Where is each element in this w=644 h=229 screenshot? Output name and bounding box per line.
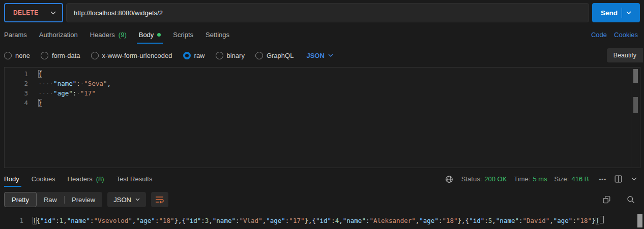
tab-label: Cookies — [32, 175, 55, 183]
language-label: JSON — [113, 196, 131, 204]
body-type-radio-urlencoded[interactable]: x-www-form-urlencoded — [91, 52, 172, 59]
tab-label: Body — [139, 31, 154, 39]
more-actions-button[interactable]: ••• — [599, 176, 606, 182]
text-cursor — [600, 216, 604, 223]
response-headers-count-badge: (8) — [96, 175, 104, 183]
line-number: 1 — [5, 69, 28, 79]
body-type-radio-raw[interactable]: raw — [183, 52, 205, 59]
pane-layout-icon[interactable] — [613, 174, 623, 184]
radio-icon — [91, 52, 99, 59]
code-link[interactable]: Code — [591, 31, 607, 39]
body-type-radio-form-data[interactable]: form-data — [41, 52, 80, 59]
url-input[interactable] — [66, 3, 589, 22]
tab-authorization[interactable]: Authorization — [33, 25, 84, 44]
tab-response-headers[interactable]: Headers(8) — [62, 171, 110, 187]
method-selector[interactable]: DELETE — [4, 3, 63, 22]
tab-label: Scripts — [173, 31, 193, 39]
status-indicator: Status: 200 OK — [461, 175, 507, 183]
request-tabs: Params Authorization Headers(9) Body Scr… — [0, 25, 644, 44]
code-text: ····"name":·"Seva", — [28, 79, 111, 88]
radio-label: raw — [194, 52, 205, 59]
tab-scripts[interactable]: Scripts — [167, 25, 199, 44]
size-indicator: Size: 416 B — [554, 175, 589, 183]
line-number: 2 — [5, 79, 28, 88]
request-links: Code Cookies — [591, 31, 640, 39]
time-label: Time: — [514, 175, 530, 183]
cookies-link[interactable]: Cookies — [614, 31, 638, 39]
response-language-selector[interactable]: JSON — [107, 192, 146, 207]
tab-response-body[interactable]: Body — [4, 171, 25, 187]
response-meta: Status: 200 OK Time: 5 ms Size: 416 B ••… — [444, 174, 640, 184]
editor-line: 3 ····"age":·"17" — [5, 88, 630, 98]
line-number: 4 — [5, 98, 28, 108]
body-type-radio-graphql[interactable]: GraphQL — [255, 52, 294, 59]
globe-icon — [444, 174, 454, 184]
status-value: 200 OK — [484, 175, 507, 183]
radio-label: none — [15, 52, 30, 59]
tab-params[interactable]: Params — [4, 25, 33, 44]
chevron-down-icon — [135, 198, 140, 201]
response-toolbar: Pretty Raw Preview JSON — [0, 191, 644, 208]
scrollbar-thumb[interactable] — [633, 69, 638, 83]
send-label: Send — [601, 9, 618, 17]
radio-icon — [216, 52, 223, 59]
editor-line: 2 ····"name":·"Seva", — [5, 79, 630, 88]
body-language-selector[interactable]: JSON — [306, 52, 333, 59]
radio-icon — [41, 52, 48, 59]
tab-label: Params — [4, 31, 27, 39]
line-number: 1 — [0, 216, 23, 229]
view-pretty-button[interactable]: Pretty — [4, 192, 37, 207]
response-body-actions — [602, 194, 640, 205]
editor-line: 1 { — [5, 69, 630, 79]
body-modified-dot-icon — [157, 33, 161, 37]
api-client-window: DELETE Send Params Authorization Headers… — [0, 0, 644, 229]
send-button[interactable]: Send — [592, 3, 640, 22]
headers-count-badge: (9) — [119, 31, 127, 39]
send-split-divider — [622, 8, 622, 18]
radio-label: x-www-form-urlencoded — [102, 52, 172, 59]
radio-icon — [255, 52, 263, 59]
tab-response-cookies[interactable]: Cookies — [25, 171, 62, 187]
send-options-chevron-icon[interactable] — [626, 11, 631, 14]
copy-icon[interactable] — [602, 195, 611, 205]
request-body-editor[interactable]: 1 { 2 ····"name":·"Seva", 3 ····"age":·"… — [4, 67, 640, 168]
collapse-response-chevron-icon[interactable] — [630, 176, 638, 182]
wrap-text-button[interactable] — [151, 192, 168, 207]
response-view-switcher: Pretty Raw Preview — [4, 192, 102, 207]
view-preview-button[interactable]: Preview — [65, 192, 102, 207]
radio-icon — [4, 52, 12, 59]
time-value: 5 ms — [533, 175, 547, 183]
status-label: Status: — [461, 175, 482, 183]
time-indicator: Time: 5 ms — [514, 175, 547, 183]
editor-line: 4 } — [5, 98, 630, 108]
code-text: ····"age":·"17" — [28, 88, 96, 98]
tab-label: Headers — [90, 31, 115, 39]
request-url-bar: DELETE Send — [0, 0, 644, 25]
chevron-down-icon — [328, 54, 333, 57]
line-number: 3 — [5, 88, 28, 98]
beautify-button[interactable]: Beautify — [607, 48, 643, 62]
tab-body[interactable]: Body — [133, 25, 167, 44]
code-text: { — [28, 69, 42, 79]
chevron-down-icon — [50, 11, 56, 15]
code-text: } — [28, 98, 42, 108]
editor-lines: 1 { 2 ····"name":·"Seva", 3 ····"age":·"… — [5, 69, 630, 108]
editor-scrollbar[interactable] — [631, 68, 640, 168]
size-value: 416 B — [571, 175, 589, 183]
radio-label: GraphQL — [267, 52, 294, 59]
method-label: DELETE — [13, 9, 39, 16]
response-scrollbar-thumb[interactable] — [637, 214, 642, 227]
tab-label: Settings — [206, 31, 229, 39]
tab-headers[interactable]: Headers(9) — [84, 25, 133, 44]
body-type-radio-none[interactable]: none — [4, 52, 30, 59]
response-json-text: [{"id":1,"name":"Vsevolod","age":"18"},{… — [23, 216, 599, 229]
tab-label: Test Results — [116, 175, 153, 183]
tab-settings[interactable]: Settings — [199, 25, 236, 44]
view-raw-button[interactable]: Raw — [37, 192, 64, 207]
radio-label: binary — [227, 52, 245, 59]
search-icon[interactable] — [626, 194, 636, 205]
tab-test-results[interactable]: Test Results — [110, 171, 159, 187]
body-type-radio-binary[interactable]: binary — [216, 52, 245, 59]
response-body-viewer[interactable]: 1 [{"id":1,"name":"Vsevolod","age":"18"}… — [0, 213, 634, 229]
tab-label: Body — [4, 175, 19, 183]
